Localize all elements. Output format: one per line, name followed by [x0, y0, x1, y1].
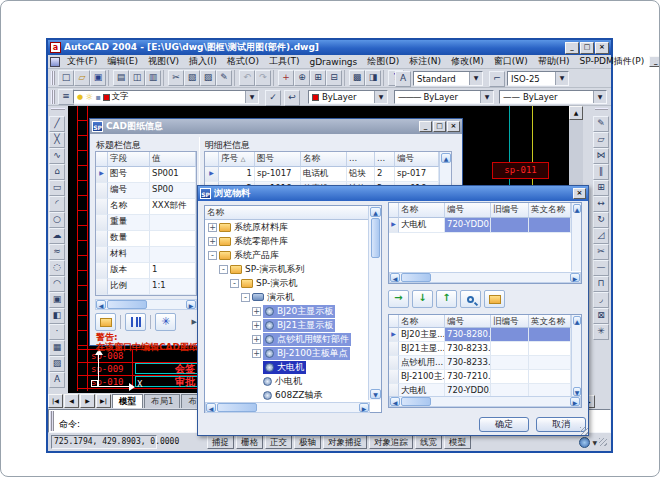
expand-icon[interactable]: +: [208, 223, 217, 232]
column-header[interactable]: 编号: [445, 315, 491, 328]
collapse-icon[interactable]: -: [241, 293, 250, 302]
table-row[interactable]: BJ-2100主... 730-7210...: [389, 370, 581, 384]
ellipse-arc-button[interactable]: ◠: [49, 276, 65, 292]
coordinates-display[interactable]: 725.1794, 429.8903, 0.0000: [51, 435, 157, 449]
ellipse-button[interactable]: ◌: [49, 260, 65, 276]
zoom-realtime-button[interactable]: ⊕: [294, 70, 310, 86]
toggle-otrack[interactable]: 对象追踪: [369, 435, 413, 449]
offset-button[interactable]: ∥: [593, 164, 609, 180]
menu-view[interactable]: 视图(V): [143, 54, 184, 69]
rectangle-button[interactable]: ▭: [49, 180, 65, 196]
scroll-up-button[interactable]: ▲: [573, 316, 581, 325]
chevron-down-icon[interactable]: ▼: [480, 91, 493, 103]
table-row[interactable]: 编号 SP00: [96, 183, 196, 199]
bom-columns-button[interactable]: [125, 313, 146, 331]
next-tab-button[interactable]: ▶: [80, 394, 95, 408]
redo-button[interactable]: ↷: [255, 70, 271, 86]
window-titlebar[interactable]: a AutoCAD 2004 - [E:\UG\dwg\图框\测试用图(部件).…: [48, 40, 611, 55]
cad-info-titlebar[interactable]: SP CAD图纸信息 _ □ ×: [90, 119, 462, 134]
array-button[interactable]: ⊞: [593, 180, 609, 196]
ok-button[interactable]: 确定: [479, 417, 529, 432]
menu-modify[interactable]: 修改(M): [446, 54, 489, 69]
first-tab-button[interactable]: |◀: [48, 394, 63, 408]
table-row[interactable]: 比例 1:1: [96, 279, 196, 295]
scrollbar-thumb[interactable]: [401, 397, 431, 406]
design-center-button[interactable]: ◨: [365, 70, 381, 86]
table-vscrollbar[interactable]: ▲ ▼: [571, 315, 581, 397]
scroll-right-button[interactable]: ▶: [570, 397, 580, 406]
toggle-polar[interactable]: 极轴: [294, 435, 321, 449]
publish-button[interactable]: ▥: [145, 70, 161, 86]
expand-icon[interactable]: +: [252, 335, 261, 344]
tree-item[interactable]: -演示机: [205, 290, 370, 304]
toggle-snap[interactable]: 捕捉: [207, 435, 234, 449]
browse-titlebar[interactable]: SP 浏览物料 ×: [198, 186, 588, 201]
table-row[interactable]: 点钞机用... 730-8233...: [389, 356, 581, 370]
chevron-down-icon[interactable]: ▼: [245, 91, 258, 103]
command-prompt[interactable]: 命令:: [59, 418, 80, 431]
scroll-left-button[interactable]: ◀: [206, 403, 216, 412]
toggle-model[interactable]: 模型: [444, 435, 471, 449]
titleblock-table[interactable]: 字段 值 ▶ 图号 SP001 编号 SP00 名称 XXX部件 重量: [95, 151, 197, 296]
chevron-down-icon[interactable]: ▼: [593, 91, 606, 103]
tree-item[interactable]: -SP-演示机系列: [205, 262, 370, 276]
menu-format[interactable]: 格式(O): [222, 54, 264, 69]
make-layer-current-button[interactable]: ✓: [265, 90, 281, 106]
tree-item[interactable]: 608ZZ轴承: [205, 388, 370, 402]
scroll-up-button[interactable]: ▲: [573, 204, 581, 213]
toggle-ortho[interactable]: 正交: [265, 435, 292, 449]
menu-help[interactable]: 帮助(H): [533, 54, 575, 69]
chevron-down-icon[interactable]: ▼: [555, 72, 568, 85]
paste-button[interactable]: ▨: [200, 70, 216, 86]
maximize-button[interactable]: □: [580, 42, 594, 54]
menu-insert[interactable]: 插入(I): [184, 54, 222, 69]
field-value[interactable]: 1:1: [150, 279, 196, 295]
chevron-down-icon[interactable]: ▼: [469, 72, 482, 85]
linetype-combo[interactable]: ——— ByLayer ▼: [394, 90, 494, 104]
menu-draw[interactable]: 绘图(D): [362, 54, 404, 69]
cancel-button[interactable]: 取消: [536, 417, 586, 432]
field-value[interactable]: [150, 247, 196, 263]
scroll-right-button[interactable]: ▶: [570, 273, 580, 282]
column-header[interactable]: 字段: [108, 152, 150, 167]
region-button[interactable]: ▨: [49, 356, 65, 372]
scroll-right-button[interactable]: ▶: [186, 300, 196, 309]
break-button[interactable]: ⊓: [593, 276, 609, 292]
insert-block-button[interactable]: ▣: [49, 292, 65, 308]
column-header[interactable]: 名称: [399, 203, 445, 218]
rotate-button[interactable]: ↻: [593, 212, 609, 228]
column-header[interactable]: 旧编号: [491, 315, 529, 328]
zoom-previous-button[interactable]: ⊟: [326, 70, 342, 86]
search-button[interactable]: [460, 290, 481, 308]
column-header[interactable]: ...: [347, 152, 375, 167]
toggle-osnap[interactable]: 对象捕捉: [323, 435, 367, 449]
match-properties-button[interactable]: ✎: [216, 70, 232, 86]
color-combo[interactable]: ByLayer ▼: [308, 90, 388, 104]
scroll-up-button[interactable]: ▲: [569, 106, 583, 120]
minimize-button[interactable]: _: [565, 42, 579, 54]
fillet-button[interactable]: ⊠: [593, 308, 609, 324]
move-up-button[interactable]: ↑: [436, 290, 457, 308]
toggle-lineweight[interactable]: 线宽: [415, 435, 442, 449]
polyline-button[interactable]: ∿: [49, 148, 65, 164]
revision-cloud-button[interactable]: ☁: [49, 228, 65, 244]
trim-button[interactable]: ✂: [593, 244, 609, 260]
point-button[interactable]: ·: [49, 324, 65, 340]
field-value[interactable]: SP001: [150, 167, 196, 183]
make-block-button[interactable]: ◧: [49, 308, 65, 324]
field-value[interactable]: [150, 231, 196, 247]
tab-model[interactable]: 模型: [112, 394, 143, 408]
communication-center-icon[interactable]: [579, 437, 590, 448]
menu-gdrawings[interactable]: gDrawings: [304, 56, 362, 68]
cut-button[interactable]: ✂: [168, 70, 184, 86]
scroll-left-button[interactable]: ◀: [390, 397, 400, 406]
menu-dimension[interactable]: 标注(N): [404, 54, 446, 69]
scale-button[interactable]: ◿: [593, 228, 609, 244]
settings-button[interactable]: ✳: [155, 313, 176, 331]
column-header[interactable]: 序号 △: [219, 152, 255, 167]
construction-line-button[interactable]: ╳: [49, 132, 65, 148]
open-button[interactable]: ▱: [74, 70, 90, 86]
last-tab-button[interactable]: ▶|: [96, 394, 111, 408]
column-header[interactable]: 编号: [445, 203, 491, 218]
status-menu-arrow-icon[interactable]: ▼: [592, 439, 597, 446]
